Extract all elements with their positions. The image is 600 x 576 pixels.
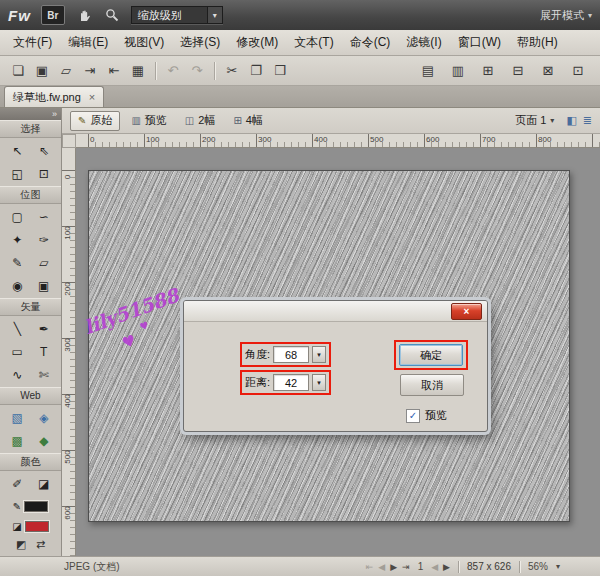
- previous-page-icon[interactable]: ◀: [378, 562, 385, 572]
- angle-spinner[interactable]: ▼: [312, 346, 326, 363]
- marquee-tool[interactable]: ▢: [5, 205, 29, 228]
- new-document-icon[interactable]: ❏: [8, 61, 28, 81]
- first-page-icon[interactable]: ⇤: [366, 562, 374, 572]
- polygon-hotspot-tool[interactable]: ◈: [32, 406, 56, 429]
- paste-icon[interactable]: ❒: [270, 61, 290, 81]
- redo-icon[interactable]: ↷: [187, 61, 207, 81]
- rectangle-hotspot-tool[interactable]: ▧: [5, 406, 29, 429]
- group-icon[interactable]: ⊞: [478, 61, 498, 81]
- cancel-button[interactable]: 取消: [400, 374, 464, 396]
- expand-mode-label: 展开模式: [540, 8, 584, 23]
- tab-original[interactable]: ✎ 原始: [70, 111, 120, 131]
- expand-mode-dropdown[interactable]: 展开模式 ▾: [540, 8, 592, 23]
- line-tool[interactable]: ╲: [5, 317, 29, 340]
- menu-item-modify[interactable]: 修改(M): [229, 31, 285, 54]
- cut-icon[interactable]: ✂: [222, 61, 242, 81]
- distance-spinner[interactable]: ▼: [312, 374, 326, 391]
- undo-icon[interactable]: ↶: [163, 61, 183, 81]
- align-icon[interactable]: ⊠: [538, 61, 558, 81]
- save-icon[interactable]: ▣: [32, 61, 52, 81]
- page-selector[interactable]: 页面 1 ▾: [515, 113, 554, 128]
- zoom-tool-icon[interactable]: [103, 6, 121, 24]
- fill-color-control[interactable]: ◪: [0, 516, 61, 536]
- close-tab-icon[interactable]: ×: [89, 92, 95, 103]
- close-button[interactable]: ×: [451, 303, 482, 320]
- pointer-tool[interactable]: ↖: [5, 139, 29, 162]
- rectangle-tool[interactable]: ▭: [5, 340, 29, 363]
- eraser-tool[interactable]: ▱: [32, 251, 56, 274]
- default-colors-icon[interactable]: ◩: [16, 538, 26, 551]
- states-panel-icon[interactable]: ▥: [448, 61, 468, 81]
- eyedropper-tool[interactable]: ✐: [5, 472, 29, 495]
- preview-checkbox[interactable]: ✓: [406, 409, 420, 423]
- bridge-button[interactable]: Br: [41, 5, 65, 25]
- stroke-color-swatch[interactable]: [24, 501, 48, 512]
- knife-tool[interactable]: ✄: [32, 363, 56, 386]
- tab-4up[interactable]: ⊞ 4幅: [226, 112, 270, 130]
- canvas-dimensions: 857 x 626: [467, 561, 511, 572]
- zoom-level-dropdown[interactable]: 缩放级别 ▾: [131, 6, 223, 24]
- ok-button[interactable]: 确定: [399, 344, 463, 366]
- menu-item-select[interactable]: 选择(S): [173, 31, 227, 54]
- menu-item-view[interactable]: 视图(V): [117, 31, 171, 54]
- hand-tool-icon[interactable]: [75, 6, 93, 24]
- export-icon[interactable]: ⇤: [104, 61, 124, 81]
- menu-item-file[interactable]: 文件(F): [6, 31, 59, 54]
- ungroup-icon[interactable]: ⊟: [508, 61, 528, 81]
- fill-color-swatch[interactable]: [25, 521, 49, 532]
- pen-tool[interactable]: ✒: [32, 317, 56, 340]
- distance-input[interactable]: 42: [273, 374, 309, 391]
- menu-item-text[interactable]: 文本(T): [287, 31, 340, 54]
- tab-preview[interactable]: ▥ 预览: [124, 112, 173, 130]
- scale-tool[interactable]: ◱: [5, 162, 29, 185]
- angle-input[interactable]: 68: [273, 346, 309, 363]
- subselection-tool[interactable]: ⇖: [32, 139, 56, 162]
- tab-original-label: 原始: [90, 113, 112, 128]
- page-options-icon[interactable]: ≣: [583, 114, 592, 127]
- tab-2up[interactable]: ◫ 2幅: [178, 112, 223, 130]
- open-icon[interactable]: ▱: [56, 61, 76, 81]
- menu-item-edit[interactable]: 编辑(E): [61, 31, 115, 54]
- angle-label: 角度:: [245, 347, 270, 362]
- print-icon[interactable]: ▦: [128, 61, 148, 81]
- brush-tool[interactable]: ✑: [32, 228, 56, 251]
- next-page-icon[interactable]: ▶: [390, 562, 397, 572]
- freeform-tool[interactable]: ∿: [5, 363, 29, 386]
- menu-item-window[interactable]: 窗口(W): [451, 31, 508, 54]
- polygon-slice-tool[interactable]: ◆: [32, 429, 56, 452]
- document-tab[interactable]: 绿草地.fw.png ×: [4, 86, 104, 107]
- import-icon[interactable]: ⇥: [80, 61, 100, 81]
- menu-item-filters[interactable]: 滤镜(I): [399, 31, 448, 54]
- slice-tool[interactable]: ▩: [5, 429, 29, 452]
- rubber-stamp-tool[interactable]: ▣: [32, 274, 56, 297]
- paint-bucket-tool[interactable]: ◪: [32, 472, 56, 495]
- chevron-down-icon[interactable]: ▾: [207, 7, 222, 23]
- magic-wand-tool[interactable]: ✦: [5, 228, 29, 251]
- arrange-icon[interactable]: ⊡: [568, 61, 588, 81]
- swap-colors-icon[interactable]: ⇄: [36, 538, 45, 551]
- last-page-icon[interactable]: ⇥: [402, 562, 410, 572]
- lasso-tool[interactable]: ∽: [32, 205, 56, 228]
- text-tool[interactable]: T: [32, 340, 56, 363]
- crop-tool[interactable]: ⊡: [32, 162, 56, 185]
- next-frame-icon[interactable]: ▶: [443, 562, 450, 572]
- preview-checkbox-row[interactable]: ✓ 预览: [406, 408, 447, 423]
- chevron-down-icon[interactable]: ▾: [556, 562, 560, 571]
- copy-icon[interactable]: ❐: [246, 61, 266, 81]
- menu-item-help[interactable]: 帮助(H): [510, 31, 565, 54]
- pencil-tool[interactable]: ✎: [5, 251, 29, 274]
- panel-header[interactable]: »: [0, 108, 61, 120]
- fill-bucket-icon: ◪: [12, 521, 21, 532]
- ruler-tick-label: 200: [63, 280, 73, 298]
- dialog-titlebar[interactable]: ×: [184, 301, 487, 322]
- document-title: 绿草地.fw.png: [13, 90, 81, 105]
- pages-panel-icon[interactable]: ▤: [418, 61, 438, 81]
- collapse-panel-icon[interactable]: »: [52, 110, 57, 119]
- main-toolbar: ❏ ▣ ▱ ⇥ ⇤ ▦ ↶ ↷ ✂ ❐ ❒ ▤ ▥ ⊞ ⊟ ⊠ ⊡: [0, 56, 600, 86]
- previous-frame-icon[interactable]: ◀: [431, 562, 438, 572]
- stroke-color-control[interactable]: ✎: [0, 496, 61, 516]
- blur-tool[interactable]: ◉: [5, 274, 29, 297]
- menu-item-commands[interactable]: 命令(C): [343, 31, 398, 54]
- page-preview-icon[interactable]: ◧: [566, 114, 576, 127]
- zoom-percentage[interactable]: 56%: [528, 561, 548, 572]
